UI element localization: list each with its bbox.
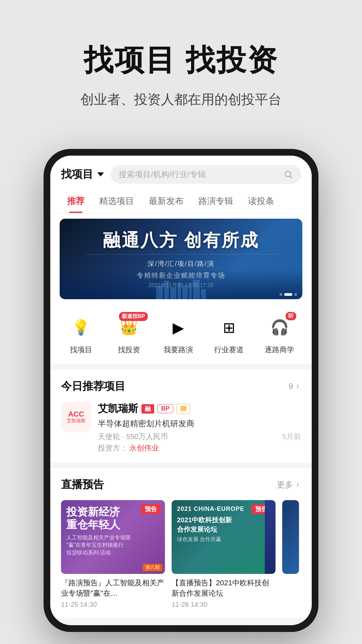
- action-label-2: 找投资: [118, 345, 140, 355]
- project-name-row: 艾凯瑞斯 融 BP 聊: [98, 402, 301, 416]
- action-label-4: 行业赛道: [214, 345, 244, 355]
- banner-dots: [280, 293, 297, 296]
- live-grid: 预告 投资新经济 重仓年轻人 人工智能及相关产业专场暨 "赢"在青年宝生村镇银行…: [61, 500, 301, 608]
- banner-subtitle: 深/湾/汇/项/目/路/演: [147, 259, 214, 268]
- action-label-3: 我要路演: [164, 345, 193, 355]
- badge-audio-listen: 听: [286, 312, 296, 320]
- banner-main-title: 融通八方 创有所成: [103, 229, 259, 252]
- banner-section: 融通八方 创有所成 深/湾/汇/项/目/路/演 专精特新企业赋能培育专场 202…: [50, 213, 312, 305]
- live-more-label: 更多: [277, 479, 293, 490]
- tag-bp: BP: [158, 404, 173, 413]
- project-desc: 半导体超精密划片机研发商: [98, 418, 301, 429]
- dot-3: [294, 293, 297, 296]
- live-card-3-partial: [282, 500, 299, 608]
- live-card-date-1: 11-25 14:30: [61, 601, 165, 608]
- live-badge-1: 预告: [141, 504, 161, 514]
- project-round-amount: 天使轮 · 550万人民币: [98, 432, 168, 442]
- blue-stripe: [265, 500, 276, 574]
- section-title-live: 直播预告: [61, 477, 104, 492]
- nav-dropdown[interactable]: 找项目: [61, 167, 104, 182]
- live-card-title-1: 『路演预告』人工智能及相关产业专场暨"赢"在…: [61, 578, 165, 599]
- action-icon-wrap-3: ▶: [165, 314, 192, 341]
- project-time: 5月前: [282, 432, 301, 442]
- action-icon-wrap-4: ⊞: [216, 314, 242, 341]
- action-label-1: 找项目: [70, 345, 92, 355]
- search-bar[interactable]: 搜索项目/机构/行业/专辑: [111, 165, 301, 184]
- phone-mockup: 找项目 搜索项目/机构/行业/专辑 推荐 精选项目 最新发布 路演专辑 读投条: [44, 149, 318, 632]
- live-preview-section: 直播预告 更多 预告 投资新经济: [50, 468, 312, 618]
- nav-label: 找项目: [61, 167, 93, 182]
- investor-name[interactable]: 永创伟业: [129, 444, 159, 452]
- tag-rong: 融: [141, 404, 154, 414]
- project-info: 艾凯瑞斯 融 BP 聊 半导体超精密划片机研发商 天使轮 · 550万人民币: [98, 402, 301, 453]
- investor-label: 投资方：: [98, 444, 127, 452]
- tab-selected[interactable]: 精选项目: [92, 189, 141, 213]
- hero-subtitle: 创业者、投资人都在用的创投平台: [20, 90, 342, 109]
- chevron-right-icon: [294, 383, 301, 390]
- search-icon: [284, 170, 293, 179]
- hero-title: 找项目 找投资: [20, 40, 342, 80]
- tabs-bar: 推荐 精选项目 最新发布 路演专辑 读投条: [50, 189, 312, 213]
- headphone-icon: 🎧: [270, 319, 289, 336]
- dot-1: [280, 293, 282, 296]
- action-icon-wrap-2: 👑 极速投BP: [116, 314, 142, 341]
- live-card-2[interactable]: 预告 2021 CHINA-EUROPE 2021中欧科技创新 合作发展论坛 绿…: [172, 500, 276, 608]
- action-business-school[interactable]: 🎧 听 逐路商学: [265, 314, 294, 355]
- section-more-live[interactable]: 更多: [277, 479, 301, 490]
- project-round: 天使轮: [98, 432, 120, 441]
- live-card-date-2: 11-26 14:30: [172, 601, 276, 608]
- live-ep-badge-1: 第八期: [143, 564, 162, 571]
- section-more-projects[interactable]: 9: [289, 382, 301, 391]
- project-logo: ACC 艾凯瑞斯: [61, 402, 91, 432]
- action-icon-wrap-1: 💡: [68, 314, 95, 341]
- grid-icon: ⊞: [223, 319, 235, 336]
- project-count: 9: [289, 382, 293, 391]
- project-item[interactable]: ACC 艾凯瑞斯 艾凯瑞斯 融 BP 聊 半导体超精密划片机研发商: [61, 402, 301, 453]
- action-label-5: 逐路商学: [265, 345, 294, 355]
- action-icon-wrap-5: 🎧 听: [266, 314, 293, 341]
- dot-2-active: [284, 293, 292, 296]
- tag-liao: 聊: [177, 404, 190, 414]
- section-header-projects: 今日推荐项目 9: [61, 379, 301, 394]
- svg-point-0: [285, 171, 291, 177]
- quick-actions: 💡 找项目 👑 极速投BP 找投资 ▶ 我要路: [50, 305, 312, 364]
- app-content: 找项目 搜索项目/机构/行业/专辑 推荐 精选项目 最新发布 路演专辑 读投条: [50, 156, 312, 625]
- live-card-title-2: 【直播预告】2021中欧科技创新合作发展论坛: [172, 578, 276, 599]
- app-header: 找项目 搜索项目/机构/行业/专辑: [50, 156, 312, 189]
- today-projects-section: 今日推荐项目 9 ACC 艾凯瑞斯: [50, 370, 312, 463]
- tab-recommend[interactable]: 推荐: [60, 189, 92, 213]
- hero-section: 找项目 找投资 创业者、投资人都在用的创投平台: [0, 0, 362, 136]
- investor-row: 投资方： 永创伟业: [98, 443, 301, 453]
- live-thumb-2: 预告 2021 CHINA-EUROPE 2021中欧科技创新 合作发展论坛 绿…: [172, 500, 276, 574]
- action-roadshow[interactable]: ▶ 我要路演: [164, 314, 193, 355]
- tab-latest[interactable]: 最新发布: [141, 189, 191, 213]
- banner-image[interactable]: 融通八方 创有所成 深/湾/汇/项/目/路/演 专精特新企业赋能培育专场 202…: [60, 219, 302, 299]
- search-placeholder: 搜索项目/机构/行业/专辑: [119, 169, 206, 180]
- badge-tag-jisu: 极速投BP: [119, 312, 148, 321]
- section-title-projects: 今日推荐项目: [61, 379, 125, 394]
- chevron-right-icon-live: [294, 481, 301, 488]
- action-industry[interactable]: ⊞ 行业赛道: [214, 314, 244, 355]
- project-meta: 天使轮 · 550万人民币 5月前: [98, 432, 301, 442]
- crown-icon: 👑: [120, 319, 138, 336]
- phone-screen: 找项目 搜索项目/机构/行业/专辑 推荐 精选项目 最新发布 路演专辑 读投条: [50, 156, 312, 625]
- live-card-1[interactable]: 预告 投资新经济 重仓年轻人 人工智能及相关产业专场暨 "赢"在青年宝生村镇银行…: [61, 500, 165, 608]
- tab-read[interactable]: 读投条: [241, 189, 282, 213]
- project-amount: 550万人民币: [126, 432, 168, 441]
- tab-roadshow[interactable]: 路演专辑: [191, 189, 241, 213]
- dot-sep: ·: [122, 432, 126, 441]
- action-find-investment[interactable]: 👑 极速投BP 找投资: [116, 314, 142, 355]
- project-name: 艾凯瑞斯: [98, 402, 138, 416]
- partial-card-bg: [282, 500, 299, 574]
- action-find-project[interactable]: 💡 找项目: [68, 314, 95, 355]
- live-thumb-1: 预告 投资新经济 重仓年轻人 人工智能及相关产业专场暨 "赢"在青年宝生村镇银行…: [61, 500, 165, 574]
- chevron-down-icon: [97, 172, 104, 176]
- play-icon: ▶: [173, 319, 184, 336]
- svg-line-1: [290, 176, 292, 178]
- lightbulb-icon: 💡: [72, 319, 90, 336]
- section-header-live: 直播预告 更多: [61, 477, 301, 492]
